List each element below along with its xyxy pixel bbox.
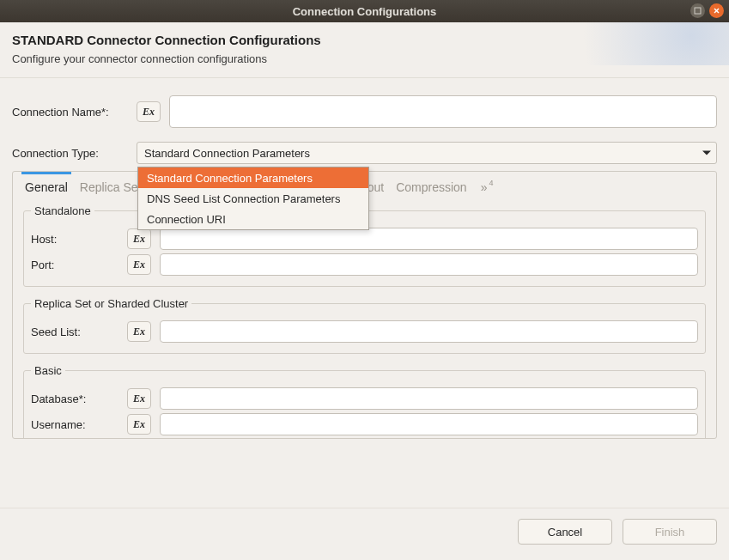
svg-rect-0 <box>695 8 701 14</box>
connection-name-input[interactable] <box>169 95 717 128</box>
dropdown-option-dns-seed[interactable]: DNS Seed List Connection Parameters <box>138 188 368 209</box>
seed-list-input[interactable] <box>160 320 698 343</box>
tab-replica-set[interactable]: Replica Set <box>80 180 142 194</box>
expression-button[interactable]: Ex <box>127 388 151 409</box>
finish-button[interactable]: Finish <box>623 519 717 545</box>
connection-type-dropdown: Standard Connection Parameters DNS Seed … <box>137 167 369 230</box>
username-label: Username: <box>31 418 127 431</box>
tab-compression[interactable]: Compression <box>396 180 466 194</box>
connection-name-row: Connection Name*: Ex <box>12 95 717 128</box>
username-input[interactable] <box>160 413 698 435</box>
connection-type-label: Connection Type: <box>12 147 137 160</box>
port-row: Port: Ex <box>31 253 698 276</box>
form-area: Connection Name*: Ex Connection Type: St… <box>0 87 729 164</box>
database-input[interactable] <box>160 387 698 410</box>
minimize-icon[interactable] <box>690 3 705 18</box>
host-input[interactable] <box>160 228 698 250</box>
titlebar: Connection Configurations <box>0 0 729 22</box>
host-row: Host: Ex <box>31 228 698 250</box>
cancel-button[interactable]: Cancel <box>518 519 612 545</box>
titlebar-controls <box>690 3 724 18</box>
expression-button[interactable]: Ex <box>127 414 151 435</box>
database-label: Database*: <box>31 393 127 405</box>
connection-name-label: Connection Name*: <box>12 106 137 119</box>
host-label: Host: <box>31 233 127 246</box>
divider <box>0 508 729 508</box>
group-standalone-legend: Standalone <box>31 204 94 217</box>
expression-button[interactable]: Ex <box>127 254 151 275</box>
port-input[interactable] <box>160 253 698 276</box>
chevron-down-icon <box>702 151 711 155</box>
dialog-window: Connection Configurations STANDARD Conne… <box>0 0 729 560</box>
dialog-header: STANDARD Connector Connection Configurat… <box>0 22 729 87</box>
close-icon[interactable] <box>709 3 724 18</box>
dropdown-option-standard[interactable]: Standard Connection Parameters <box>138 167 368 188</box>
group-replica-legend: Replica Set or Sharded Cluster <box>31 297 191 310</box>
username-row: Username: Ex <box>31 413 698 435</box>
connection-type-value: Standard Connection Parameters <box>144 147 310 160</box>
tabs-overflow-button[interactable]: » 4 <box>481 180 494 194</box>
dialog-footer: Cancel Finish <box>518 519 717 545</box>
window-title: Connection Configurations <box>293 5 437 18</box>
seed-list-row: Seed List: Ex <box>31 320 698 343</box>
port-label: Port: <box>31 259 127 271</box>
seed-list-label: Seed List: <box>31 326 127 338</box>
connection-type-row: Connection Type: Standard Connection Par… <box>12 142 717 164</box>
database-row: Database*: Ex <box>31 387 698 410</box>
connection-type-combo[interactable]: Standard Connection Parameters <box>137 142 717 164</box>
expression-button[interactable]: Ex <box>127 228 151 249</box>
group-basic: Basic Database*: Ex Username: Ex Passwor… <box>23 364 706 439</box>
dropdown-option-uri[interactable]: Connection URI <box>138 209 368 229</box>
expression-button[interactable]: Ex <box>137 101 161 122</box>
expression-button[interactable]: Ex <box>127 321 151 342</box>
group-replica: Replica Set or Sharded Cluster Seed List… <box>23 297 706 354</box>
tab-general[interactable]: General <box>25 180 68 194</box>
group-basic-legend: Basic <box>31 364 65 377</box>
chevron-right-icon: » <box>481 180 488 194</box>
page-title: STANDARD Connector Connection Configurat… <box>12 33 717 47</box>
page-subtitle: Configure your connector connection conf… <box>12 52 717 65</box>
divider <box>0 77 729 78</box>
